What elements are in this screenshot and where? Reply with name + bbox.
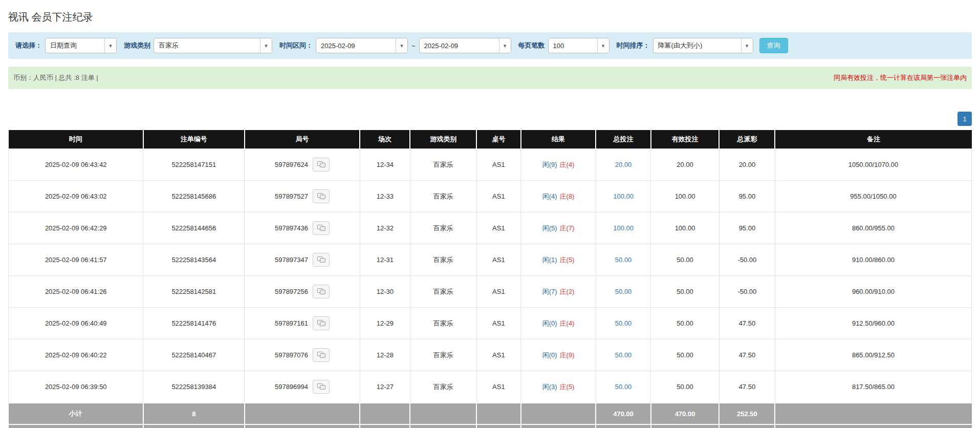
view-result-cards-button[interactable] bbox=[313, 285, 330, 298]
cards-icon bbox=[317, 383, 325, 390]
cell-bet-id: 522258144656 bbox=[143, 212, 245, 244]
query-type-select[interactable]: 日期查询 ▾ bbox=[45, 38, 117, 53]
subtotal-row: 小计 8 470.00 470.00 252.50 bbox=[9, 403, 972, 424]
cell-game-type: 百家乐 bbox=[410, 371, 476, 403]
banker-result: 庄(5) bbox=[560, 256, 575, 264]
view-result-cards-button[interactable] bbox=[313, 316, 330, 330]
col-session: 场次 bbox=[360, 130, 410, 149]
cell-remark: 817.50/865.00 bbox=[775, 371, 971, 403]
cell-session: 12-31 bbox=[360, 244, 410, 276]
cell-payout: 95.00 bbox=[719, 212, 775, 244]
cell-game-type: 百家乐 bbox=[410, 276, 476, 308]
view-result-cards-button[interactable] bbox=[313, 380, 330, 394]
col-time: 时间 bbox=[9, 130, 143, 149]
view-result-cards-button[interactable] bbox=[313, 253, 330, 267]
cell-round-id: 597897347 bbox=[245, 244, 360, 276]
round-id: 597897256 bbox=[275, 288, 308, 295]
col-payout: 总派彩 bbox=[719, 130, 775, 149]
table-row: 2025-02-09 06:43:42 522258147151 5978976… bbox=[9, 149, 972, 181]
total-label: 总计 bbox=[9, 424, 143, 428]
banker-result: 庄(4) bbox=[560, 161, 575, 168]
total-bet-link[interactable]: 50.00 bbox=[615, 383, 632, 391]
cell-session: 12-28 bbox=[360, 339, 410, 371]
cell-session: 12-29 bbox=[360, 308, 410, 339]
summary-text: 币别：人民币 | 总共 :8 注单 | bbox=[13, 73, 98, 82]
cell-table-no: AS1 bbox=[476, 276, 521, 308]
date-from-value: 2025-02-09 bbox=[316, 38, 396, 53]
cell-result: 闲(1)庄(5) bbox=[521, 244, 596, 276]
cell-game-type: 百家乐 bbox=[410, 339, 476, 371]
cards-icon bbox=[317, 320, 325, 327]
banker-result: 庄(8) bbox=[560, 192, 575, 200]
cell-round-id: 597897256 bbox=[245, 276, 360, 308]
cell-result: 闲(0)庄(9) bbox=[521, 339, 596, 371]
round-id: 597897161 bbox=[275, 319, 308, 327]
cell-result: 闲(0)庄(4) bbox=[521, 308, 596, 339]
cell-round-id: 597897076 bbox=[245, 339, 360, 371]
total-bet-link[interactable]: 100.00 bbox=[613, 192, 634, 200]
chevron-down-icon[interactable]: ▾ bbox=[260, 38, 272, 53]
sort-order-value: 降冪(由大到小) bbox=[654, 38, 741, 53]
total-bet-link[interactable]: 50.00 bbox=[615, 288, 632, 295]
chevron-down-icon[interactable]: ▾ bbox=[104, 38, 116, 53]
date-to-value: 2025-02-09 bbox=[420, 38, 499, 53]
col-bet-id: 注单编号 bbox=[143, 130, 245, 149]
table-row: 2025-02-09 06:39:50 522258139384 5978969… bbox=[9, 371, 972, 403]
cell-session: 12-30 bbox=[360, 276, 410, 308]
cell-payout: 95.00 bbox=[719, 181, 775, 212]
view-result-cards-button[interactable] bbox=[313, 348, 330, 362]
cell-payout: -50.00 bbox=[719, 244, 775, 276]
query-type-label: 请选择： bbox=[15, 41, 42, 50]
cell-game-type: 百家乐 bbox=[410, 244, 476, 276]
cell-bet-id: 522258140467 bbox=[143, 339, 245, 371]
view-result-cards-button[interactable] bbox=[313, 158, 330, 172]
cell-payout: 47.50 bbox=[719, 371, 775, 403]
game-type-value: 百家乐 bbox=[154, 38, 260, 53]
player-result: 闲(0) bbox=[542, 319, 557, 327]
chevron-down-icon[interactable]: ▾ bbox=[499, 38, 511, 53]
page-button-1[interactable]: 1 bbox=[957, 112, 972, 126]
cell-remark: 860.00/955.00 bbox=[775, 212, 971, 244]
total-bet-link[interactable]: 20.00 bbox=[615, 161, 632, 168]
cell-result: 闲(9)庄(4) bbox=[521, 149, 596, 181]
cell-session: 12-27 bbox=[360, 371, 410, 403]
view-result-cards-button[interactable] bbox=[313, 189, 330, 203]
table-row: 2025-02-09 06:41:26 522258142581 5978972… bbox=[9, 276, 972, 308]
cell-table-no: AS1 bbox=[476, 308, 521, 339]
cell-game-type: 百家乐 bbox=[410, 308, 476, 339]
banker-result: 庄(4) bbox=[560, 319, 575, 327]
date-from-input[interactable]: 2025-02-09 ▾ bbox=[316, 38, 408, 53]
date-range-separator: ~ bbox=[411, 42, 416, 50]
cell-valid-bet: 20.00 bbox=[651, 149, 720, 181]
subtotal-payout: 252.50 bbox=[719, 403, 775, 424]
filter-bar: 请选择： 日期查询 ▾ 游戏类别 百家乐 ▾ 时间区间： 2025-02-09 … bbox=[8, 32, 972, 59]
cell-remark: 1050.00/1070.00 bbox=[775, 149, 971, 181]
cell-table-no: AS1 bbox=[476, 212, 521, 244]
col-valid-bet: 有效投注 bbox=[651, 130, 720, 149]
cell-table-no: AS1 bbox=[476, 371, 521, 403]
chevron-down-icon[interactable]: ▾ bbox=[597, 38, 609, 53]
sort-order-select[interactable]: 降冪(由大到小) ▾ bbox=[653, 38, 753, 53]
col-remark: 备注 bbox=[775, 130, 971, 149]
chevron-down-icon[interactable]: ▾ bbox=[396, 38, 407, 53]
round-id: 597897436 bbox=[275, 224, 308, 232]
chevron-down-icon[interactable]: ▾ bbox=[741, 38, 753, 53]
total-bet-link[interactable]: 50.00 bbox=[615, 256, 632, 264]
cell-round-id: 597897436 bbox=[245, 212, 360, 244]
view-result-cards-button[interactable] bbox=[313, 221, 330, 235]
table-row: 2025-02-09 06:40:22 522258140467 5978970… bbox=[9, 339, 972, 371]
cell-time: 2025-02-09 06:40:49 bbox=[9, 308, 143, 339]
page: 视讯 会员下注纪录 请选择： 日期查询 ▾ 游戏类别 百家乐 ▾ 时间区间： 2… bbox=[0, 0, 980, 428]
search-button[interactable]: 查询 bbox=[759, 38, 788, 53]
cell-remark: 960.00/910.00 bbox=[775, 276, 971, 308]
total-bet-link[interactable]: 50.00 bbox=[615, 351, 632, 359]
cell-payout: 47.50 bbox=[719, 339, 775, 371]
total-bet-link[interactable]: 100.00 bbox=[613, 224, 634, 232]
total-bet-link[interactable]: 50.00 bbox=[615, 319, 632, 327]
date-to-input[interactable]: 2025-02-09 ▾ bbox=[419, 38, 511, 53]
cell-round-id: 597897624 bbox=[245, 149, 360, 181]
page-size-select[interactable]: 100 ▾ bbox=[548, 38, 609, 53]
page-size-value: 100 bbox=[549, 38, 597, 53]
game-type-select[interactable]: 百家乐 ▾ bbox=[154, 38, 272, 53]
cell-payout: 20.00 bbox=[719, 149, 775, 181]
